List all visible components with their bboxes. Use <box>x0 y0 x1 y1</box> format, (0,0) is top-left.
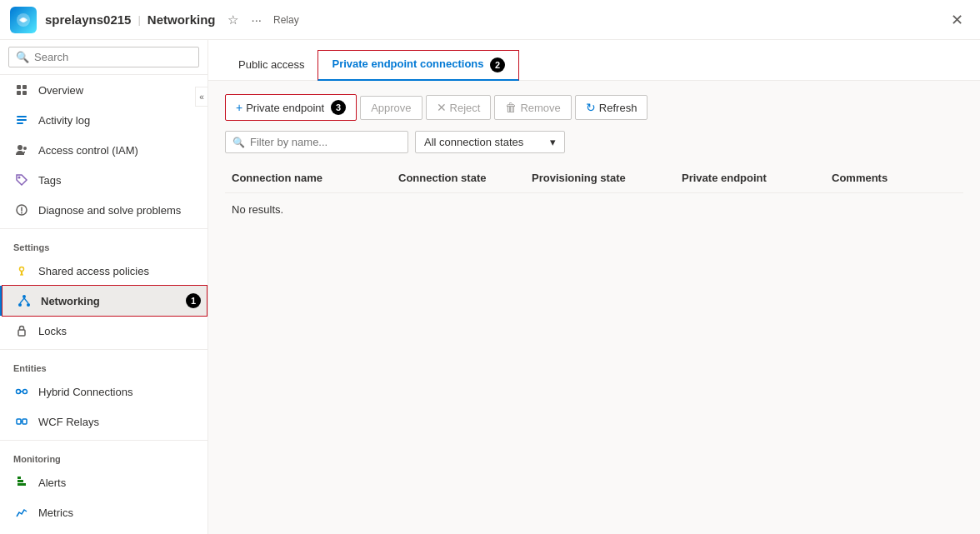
sidebar-item-tags[interactable]: Tags <box>0 165 208 195</box>
svg-point-1 <box>22 17 26 22</box>
table-header: Connection name Connection state Provisi… <box>225 163 963 193</box>
sidebar-item-shared-access[interactable]: Shared access policies <box>0 256 208 286</box>
svg-point-20 <box>17 390 21 394</box>
shared-access-label: Shared access policies <box>38 265 149 277</box>
overview-label: Overview <box>38 84 83 97</box>
search-box[interactable]: 🔍 <box>8 47 199 67</box>
resource-name: sprelayns0215 <box>45 12 131 27</box>
reject-button[interactable]: ✕ Reject <box>426 95 492 120</box>
svg-point-14 <box>22 295 26 298</box>
main-container: « 🔍 Overview Activity log <box>0 40 980 534</box>
refresh-button[interactable]: ↻ Refresh <box>575 95 648 120</box>
active-border <box>2 285 208 317</box>
svg-rect-8 <box>17 122 23 124</box>
svg-line-18 <box>24 298 28 303</box>
access-control-label: Access control (IAM) <box>38 144 138 157</box>
filter-search-icon: 🔍 <box>232 137 245 148</box>
svg-point-10 <box>23 147 27 150</box>
sidebar-item-diagnose[interactable]: Diagnose and solve problems <box>0 195 208 225</box>
filter-input-container[interactable]: 🔍 <box>225 131 408 153</box>
refresh-label: Refresh <box>599 102 638 114</box>
reject-label: Reject <box>450 102 481 114</box>
sidebar-item-locks[interactable]: Locks <box>0 316 208 346</box>
sidebar-item-access-control[interactable]: Access control (IAM) <box>0 135 208 165</box>
monitoring-divider <box>0 440 208 441</box>
active-indicator <box>207 286 208 316</box>
access-control-icon <box>13 142 30 158</box>
tab-badge-2: 2 <box>490 57 505 72</box>
filter-input[interactable] <box>250 136 401 148</box>
toolbar: + Private endpoint 3 Approve ✕ Reject 🗑 … <box>225 94 963 121</box>
add-icon: + <box>236 101 242 114</box>
svg-point-13 <box>20 267 24 272</box>
settings-divider <box>0 228 208 229</box>
private-endpoint-button[interactable]: + Private endpoint 3 <box>225 94 357 121</box>
sidebar-item-hybrid-connections[interactable]: Hybrid Connections <box>0 377 208 407</box>
activity-log-icon <box>13 112 30 128</box>
svg-rect-26 <box>18 483 26 486</box>
entities-section: Entities <box>0 353 208 377</box>
chevron-down-icon: ▾ <box>550 136 556 148</box>
svg-line-17 <box>20 298 24 303</box>
approve-button[interactable]: Approve <box>360 96 422 120</box>
networking-icon <box>16 292 32 309</box>
tags-icon <box>13 172 30 188</box>
alerts-icon <box>13 474 30 491</box>
col-connection-state: Connection state <box>392 168 525 187</box>
private-endpoint-label: Private endpoint <box>246 102 324 114</box>
sidebar-item-activity-log[interactable]: Activity log <box>0 105 208 135</box>
col-connection-name: Connection name <box>225 168 392 187</box>
dropdown-label: All connection states <box>424 136 523 148</box>
search-icon: 🔍 <box>16 51 29 63</box>
sub-label: Relay <box>273 14 299 26</box>
monitoring-section: Monitoring <box>0 444 208 467</box>
more-icon[interactable]: ··· <box>247 11 268 29</box>
sidebar-collapse-button[interactable]: « <box>195 87 208 107</box>
locks-icon <box>13 322 30 339</box>
svg-rect-19 <box>18 330 25 336</box>
reject-x-icon: ✕ <box>437 101 447 114</box>
col-provisioning-state: Provisioning state <box>525 168 675 187</box>
favorite-icon[interactable]: ☆ <box>222 11 243 29</box>
svg-rect-5 <box>22 91 27 95</box>
sidebar-item-wcf-relays[interactable]: WCF Relays <box>0 407 208 437</box>
title-separator: | <box>138 13 140 26</box>
svg-rect-3 <box>22 85 27 89</box>
remove-label: Remove <box>520 102 560 114</box>
sidebar: « 🔍 Overview Activity log <box>0 40 208 534</box>
tab-private-endpoint[interactable]: Private endpoint connections 2 <box>318 50 519 81</box>
sidebar-item-networking[interactable]: Networking 1 <box>0 286 208 316</box>
approve-label: Approve <box>371 102 411 114</box>
connection-states-dropdown[interactable]: All connection states ▾ <box>415 131 565 153</box>
content-area: Public access Private endpoint connectio… <box>208 40 980 534</box>
svg-rect-24 <box>22 419 27 424</box>
sidebar-item-alerts[interactable]: Alerts <box>0 467 208 497</box>
close-button[interactable]: ✕ <box>944 7 970 32</box>
shared-access-icon <box>13 262 30 279</box>
wcf-relays-label: WCF Relays <box>38 416 99 428</box>
svg-rect-27 <box>18 480 23 482</box>
wcf-relays-icon <box>13 413 30 430</box>
filter-row: 🔍 All connection states ▾ <box>225 131 963 153</box>
networking-label: Networking <box>41 295 100 307</box>
title-actions: ☆ ··· <box>222 11 268 29</box>
svg-point-9 <box>18 145 22 150</box>
remove-button[interactable]: 🗑 Remove <box>494 95 571 120</box>
svg-rect-7 <box>17 119 27 121</box>
svg-point-15 <box>18 303 22 307</box>
sidebar-item-overview[interactable]: Overview <box>0 75 208 105</box>
title-bar: sprelayns0215 | Networking ☆ ··· Relay ✕ <box>0 0 980 40</box>
sidebar-item-diagnostic-settings[interactable]: Diagnostic settings <box>0 527 208 534</box>
sidebar-scroll: Overview Activity log Access control (IA… <box>0 75 208 534</box>
tags-label: Tags <box>38 174 61 187</box>
search-input[interactable] <box>34 51 192 63</box>
app-logo <box>10 7 37 33</box>
content-tabs: Public access Private endpoint connectio… <box>225 50 963 80</box>
sidebar-item-metrics[interactable]: Metrics <box>0 497 208 527</box>
tab-public-access[interactable]: Public access <box>225 50 318 81</box>
page-name: Networking <box>148 12 216 27</box>
metrics-label: Metrics <box>38 507 73 519</box>
svg-point-16 <box>27 303 30 307</box>
no-results-message: No results. <box>225 193 963 226</box>
content-header: Public access Private endpoint connectio… <box>208 40 980 81</box>
